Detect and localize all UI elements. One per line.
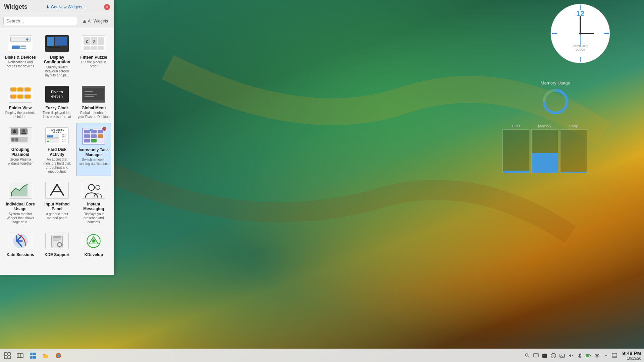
widget-desc-hdd: An applet that monitors hard disk throug… (41, 158, 73, 174)
activities-button[interactable] (1, 350, 13, 361)
widget-icon-fuzzy: Five toeleven (44, 84, 70, 104)
svg-rect-52 (53, 236, 61, 238)
widget-name-icons-task: Icons-only Task Manager (78, 147, 110, 157)
clock-widget[interactable]: 9:49 PM 10/13/20 (622, 351, 641, 360)
close-panel-button[interactable]: × (104, 4, 110, 10)
search-tray-icon[interactable] (524, 352, 531, 359)
widget-item-fuzzy-clock[interactable]: Five toeleven Fuzzy Clock Time displayed… (39, 81, 74, 122)
bluetooth-tray-icon[interactable] (576, 352, 583, 359)
volume-tray-icon[interactable] (567, 352, 575, 359)
svg-rect-66 (8, 353, 10, 355)
screen-icon (533, 353, 539, 358)
global-menu-icon-graphic (82, 86, 105, 103)
svg-point-49 (96, 185, 100, 190)
svg-line-80 (528, 356, 529, 358)
widget-item-instant-messaging[interactable]: Instant Messaging Displays your presence… (76, 178, 111, 227)
terminal-tray-icon[interactable]: >_ (541, 352, 548, 359)
chevron-up-icon[interactable] (602, 352, 609, 359)
widget-item-disks-devices[interactable]: Disks & Devices Notifications and access… (3, 31, 38, 80)
widget-item-individual-core[interactable]: Individual Core Usage System monitor Wid… (3, 178, 38, 227)
widget-item-global-menu[interactable]: Global Menu Global menubar in your Plasm… (76, 81, 111, 122)
svg-rect-28 (20, 48, 26, 49)
analog-clock-widget: 12 Community Design (550, 3, 610, 65)
taskbar: >_ i (0, 349, 644, 362)
widget-item-folder-view[interactable]: Folder View Display the contents of fold… (3, 81, 38, 122)
screen2-tray-icon[interactable] (611, 352, 618, 359)
all-widgets-button[interactable]: ⊞ All Widgets (80, 17, 111, 25)
svg-rect-58 (59, 246, 60, 247)
widget-name-fifteen: Fifteen Puzzle (80, 55, 107, 60)
kde-support-icon-graphic (45, 233, 69, 249)
cpu-bar-container (502, 129, 529, 173)
grouping-icon-graphic (9, 127, 32, 144)
widget-name-input-method: Input Method Panel (41, 202, 73, 212)
widget-desc-grouping: Group Plasma widgets together (4, 158, 37, 166)
battery-icon (586, 353, 591, 358)
svg-text:>_: >_ (543, 354, 546, 357)
widget-item-icons-task[interactable]: 1 × Icons-only Task Manager Switch betwe… (76, 123, 111, 176)
search-input[interactable] (3, 17, 77, 25)
widget-item-fifteen-puzzle[interactable]: 2 3 Fifteen Puzzle Put the pieces in ord… (76, 31, 111, 80)
svg-rect-26 (12, 46, 20, 49)
memory-bar-container (531, 129, 558, 173)
widget-name-kdevelop: KDevelop (85, 252, 103, 257)
swap-bar-container (560, 129, 587, 173)
widget-item-kate-sessions[interactable]: Kate Sessions (3, 228, 38, 260)
info-tray-icon[interactable]: i (550, 352, 557, 359)
icons-task-icon-graphic: 1 × (82, 128, 105, 144)
get-new-widgets-link[interactable]: ⬇ Get New Widgets... (46, 4, 86, 9)
widget-item-kde-support[interactable]: KDE Support (39, 228, 74, 260)
panel-title: Widgets (4, 3, 28, 10)
screen-tray-icon[interactable] (532, 352, 540, 359)
widget-icon-individual-core (7, 180, 34, 200)
widget-desc-input-method: A generic input method panel (41, 212, 73, 220)
widget-name-kate: Kate Sessions (7, 252, 34, 257)
cpu-bar-fill (503, 171, 529, 173)
fuzzy-icon-graphic: Five toeleven (45, 86, 69, 103)
apps-button[interactable] (27, 350, 39, 361)
taskbar-right: >_ i (524, 351, 644, 360)
widget-item-grouping[interactable]: Grouping Plasmoid Group Plasma widgets t… (3, 123, 38, 176)
firefox-button[interactable] (52, 350, 64, 361)
svg-point-79 (525, 354, 528, 356)
input-method-icon-graphic (45, 182, 69, 199)
kate-icon-graphic (9, 233, 32, 249)
svg-point-56 (58, 243, 61, 246)
widget-name-individual-core: Individual Core Usage (4, 202, 37, 212)
widget-item-input-method[interactable]: Input Method Panel A generic input metho… (39, 178, 74, 227)
widget-icon-instant-messaging (80, 180, 107, 200)
memory-ring-chart (542, 88, 569, 115)
svg-rect-60 (61, 244, 62, 245)
svg-rect-81 (534, 354, 538, 357)
widgets-grid: Disks & Devices Notifications and access… (0, 28, 114, 275)
display-icon-graphic (45, 35, 69, 52)
system-monitor-widget: CPU Memory Swap (502, 124, 587, 173)
search-icon (525, 353, 530, 358)
swap-bar-fill (560, 172, 587, 173)
files-button[interactable] (40, 350, 52, 361)
widget-icon-folder (7, 84, 34, 104)
panel-header: Widgets ⬇ Get New Widgets... × (0, 0, 114, 14)
screen2-icon (612, 353, 617, 358)
widget-item-hdd-activity[interactable]: Hard Disk I/O Monitor 0B/s 0B/s 0B/s 0B/… (39, 123, 74, 176)
svg-rect-74 (30, 356, 33, 359)
terminal-icon: >_ (542, 353, 547, 358)
folder-icon-graphic (9, 86, 32, 103)
battery-tray-icon[interactable] (585, 352, 592, 359)
svg-point-48 (89, 184, 95, 190)
memory-bar-label: Memory (538, 124, 551, 128)
widgets-panel: Widgets ⬇ Get New Widgets... × ⊞ All Wid… (0, 0, 114, 275)
cpu-monitor: CPU (502, 124, 529, 173)
photos-tray-icon[interactable] (558, 352, 566, 359)
widget-name-disks: Disks & Devices (5, 55, 36, 60)
svg-rect-57 (59, 242, 60, 243)
memory-usage-widget: Memory Usage (541, 80, 570, 116)
widget-item-display-config[interactable]: Display Configuration Quickly switch bet… (39, 31, 74, 80)
wifi-tray-icon[interactable] (593, 352, 601, 359)
svg-rect-94 (590, 355, 591, 356)
activities-icon (4, 352, 11, 359)
task-manager-button[interactable] (14, 350, 26, 361)
files-icon (42, 352, 49, 359)
svg-rect-59 (57, 244, 58, 245)
widget-item-kdevelop[interactable]: KDevelop (76, 228, 111, 260)
